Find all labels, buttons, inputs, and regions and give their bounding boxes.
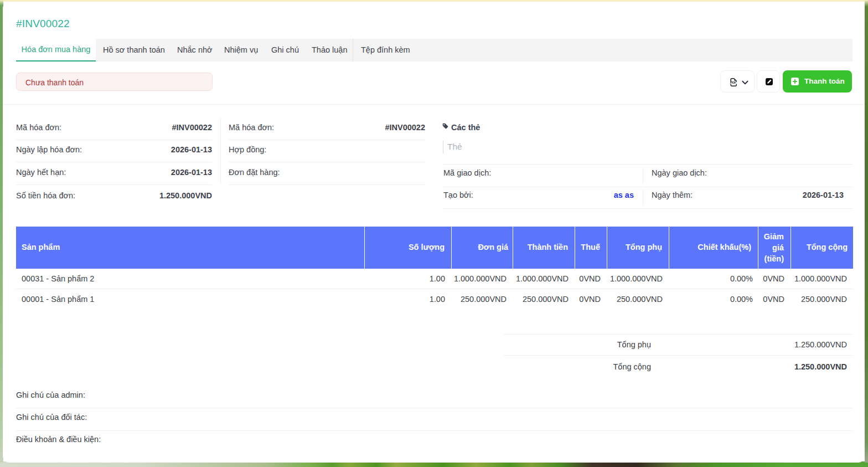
svg-text:PDF: PDF [730, 81, 737, 84]
